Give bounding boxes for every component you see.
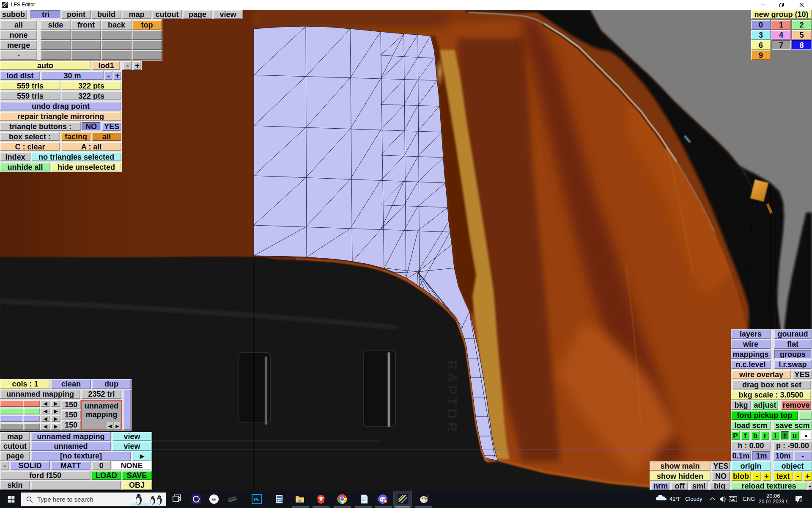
- svg-text:2: 2: [800, 499, 802, 503]
- svg-text:RAPTOR: RAPTOR: [444, 360, 460, 435]
- svg-text:Ps: Ps: [254, 497, 259, 502]
- svg-text:W: W: [211, 496, 217, 502]
